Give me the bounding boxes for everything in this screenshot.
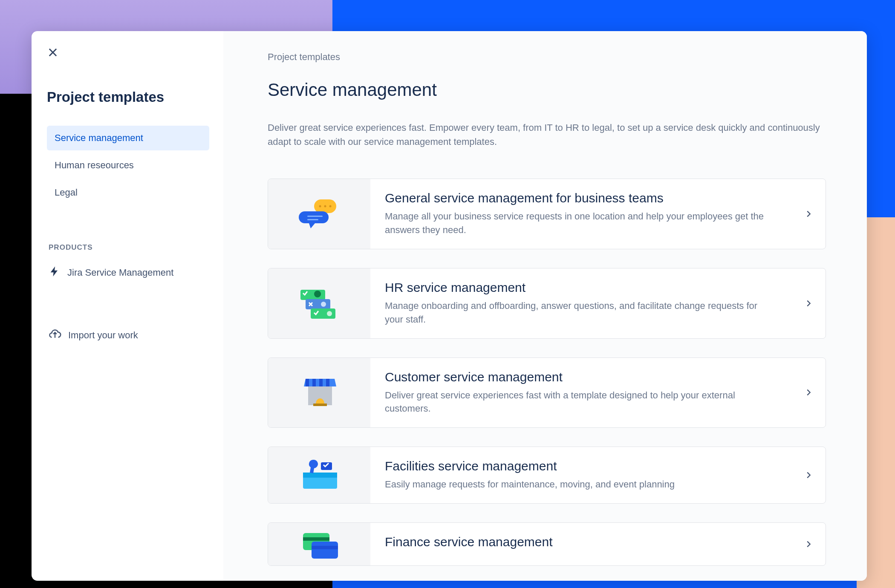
svg-point-9 [321,302,326,307]
chevron-right-icon [791,358,826,428]
people-cards-icon [268,268,370,338]
product-item-label: Jira Service Management [67,267,173,278]
svg-point-2 [324,205,326,207]
storefront-icon [268,358,370,428]
page-title: Service management [268,80,826,100]
sidebar-item-legal[interactable]: Legal [47,180,209,205]
chevron-right-icon [791,447,826,503]
bolt-icon [49,265,61,280]
cloud-upload-icon [49,328,61,343]
svg-rect-15 [303,473,337,478]
template-card-body: HR service management Manage onboarding … [370,268,791,338]
svg-point-11 [327,311,332,316]
template-card-title: Customer service management [385,370,777,384]
chevron-right-icon [791,179,826,249]
sidebar-item-human-resources[interactable]: Human reseources [47,153,209,178]
template-card-customer-service-management[interactable]: Customer service management Deliver grea… [268,357,826,428]
template-card-title: Finance service management [385,535,777,549]
close-icon[interactable] [47,46,59,61]
template-card-description: Manage all your business service request… [385,210,777,237]
template-card-description: Deliver great service experiences fast w… [385,389,777,416]
template-card-facilities-service-management[interactable]: Facilities service management Easily man… [268,447,826,504]
product-item-jira-service-management[interactable]: Jira Service Management [47,261,209,284]
toolbox-icon [268,447,370,503]
breadcrumb[interactable]: Project templates [268,52,826,63]
page-description: Deliver great service experiences fast. … [268,121,826,149]
svg-rect-5 [307,219,318,220]
template-card-description: Manage onboarding and offboarding, answe… [385,299,777,326]
sidebar: Project templates Service management Hum… [32,31,223,581]
svg-point-7 [314,291,321,297]
template-card-body: General service management for business … [370,179,791,249]
template-card-body: Facilities service management Easily man… [370,447,791,503]
template-card-general-service-management[interactable]: General service management for business … [268,179,826,249]
credit-cards-icon [268,523,370,565]
svg-rect-8 [306,299,330,309]
sidebar-title: Project templates [47,89,209,105]
template-card-description: Easily manage requests for maintenance, … [385,478,777,491]
svg-point-3 [329,205,331,207]
import-your-work-button[interactable]: Import your work [47,323,209,347]
sidebar-item-label: Human reseources [55,160,134,170]
template-card-hr-service-management[interactable]: HR service management Manage onboarding … [268,268,826,339]
project-templates-window: Project templates Service management Hum… [32,31,867,581]
chevron-right-icon [791,523,826,565]
svg-rect-18 [303,537,329,541]
main-content: Project templates Service management Del… [223,31,867,581]
sidebar-item-label: Service management [55,133,143,143]
chevron-right-icon [791,268,826,338]
template-card-body: Finance service management [370,523,791,565]
products-section-label: PRODUCTS [49,243,209,252]
template-card-title: Facilities service management [385,459,777,473]
chat-bubbles-icon [268,179,370,249]
sidebar-item-label: Legal [55,187,78,198]
import-label: Import your work [68,330,138,341]
template-card-title: General service management for business … [385,191,777,205]
svg-rect-13 [313,404,327,406]
template-card-body: Customer service management Deliver grea… [370,358,791,428]
svg-rect-20 [312,546,338,549]
template-card-finance-service-management[interactable]: Finance service management [268,522,826,566]
svg-rect-4 [307,216,323,217]
svg-rect-19 [312,542,338,559]
template-card-title: HR service management [385,280,777,295]
sidebar-item-service-management[interactable]: Service management [47,126,209,150]
svg-point-1 [319,205,321,207]
